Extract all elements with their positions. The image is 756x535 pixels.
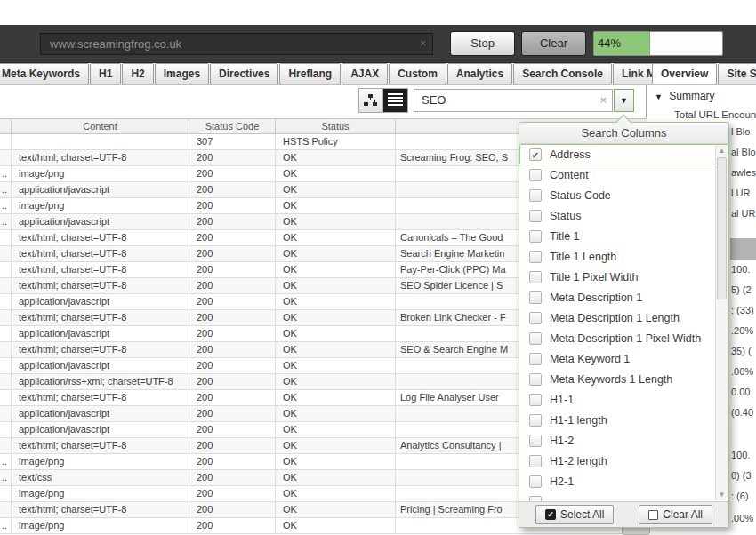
- unchecked-checkbox-icon[interactable]: [529, 353, 542, 365]
- cell-content: application/javascript: [12, 326, 189, 341]
- unchecked-checkbox-icon[interactable]: [529, 210, 542, 222]
- unchecked-checkbox-icon[interactable]: [529, 332, 542, 345]
- cell-frag: ..: [0, 182, 12, 197]
- tab-directives[interactable]: Directives: [210, 63, 278, 84]
- dropdown-item[interactable]: Title 1 Length: [519, 246, 728, 267]
- dropdown-item-label: H1-2: [550, 431, 574, 451]
- unchecked-checkbox-icon[interactable]: [529, 312, 542, 324]
- sidebar-item[interactable]: Total URL Encoun: [674, 109, 756, 120]
- dropdown-item-label: Meta Description 1 Length: [550, 308, 680, 328]
- checked-checkbox-icon[interactable]: ✔: [529, 148, 542, 161]
- clear-url-icon[interactable]: ×: [420, 37, 426, 50]
- dropdown-item-label: Content: [550, 165, 589, 185]
- tab-h1[interactable]: H1: [90, 63, 121, 84]
- list-view-button[interactable]: [383, 89, 407, 112]
- cell-code: 200: [189, 262, 276, 277]
- cell-status: OK: [276, 230, 396, 245]
- cell-code: 200: [189, 406, 276, 421]
- dropdown-item[interactable]: Title 1: [519, 226, 728, 246]
- chevron-down-icon: ▼: [620, 96, 628, 105]
- tab-custom[interactable]: Custom: [389, 63, 446, 84]
- cell-code: 200: [189, 150, 276, 165]
- tab-hreflang[interactable]: Hreflang: [279, 63, 341, 84]
- dropdown-item-label: Status: [550, 206, 581, 226]
- clear-all-button[interactable]: Clear All: [639, 505, 712, 524]
- cell-content: text/html; charset=UTF-8: [12, 150, 189, 165]
- column-header-status-code[interactable]: Status Code: [189, 119, 276, 134]
- checked-checkbox-icon: ✔: [545, 509, 556, 520]
- scroll-up-icon[interactable]: ▲: [716, 145, 728, 156]
- unchecked-checkbox-icon[interactable]: [529, 169, 542, 181]
- dropdown-item-label: H2-1: [550, 472, 574, 491]
- window-top-strip: [0, 0, 756, 25]
- stop-button[interactable]: Stop: [450, 31, 515, 56]
- unchecked-checkbox-icon[interactable]: [529, 455, 542, 467]
- tab-meta-keywords[interactable]: Meta Keywords: [0, 63, 89, 84]
- unchecked-checkbox-icon[interactable]: [529, 394, 542, 406]
- unchecked-checkbox-icon[interactable]: [529, 373, 542, 386]
- dropdown-item[interactable]: Status: [519, 205, 728, 226]
- dropdown-item[interactable]: Title 1 Pixel Width: [519, 267, 728, 287]
- clear-search-icon[interactable]: ×: [599, 90, 607, 111]
- tab-images[interactable]: Images: [155, 63, 209, 84]
- collapse-caret-icon[interactable]: ▼: [655, 92, 663, 101]
- cell-frag: ..: [0, 470, 12, 485]
- unchecked-checkbox-icon[interactable]: [529, 189, 542, 202]
- cell-status: OK: [276, 454, 396, 469]
- tab-h2[interactable]: H2: [122, 63, 153, 84]
- search-columns-dropdown-button[interactable]: ▼: [614, 89, 634, 112]
- tab-analytics[interactable]: Analytics: [447, 63, 512, 84]
- dropdown-item[interactable]: H1-1: [519, 389, 728, 410]
- unchecked-checkbox-icon[interactable]: [529, 230, 542, 243]
- cell-code: 200: [189, 166, 276, 181]
- dropdown-item[interactable]: Status Code: [519, 185, 728, 205]
- dropdown-item[interactable]: Content: [519, 164, 728, 185]
- cell-status: OK: [276, 374, 396, 389]
- unchecked-checkbox-icon[interactable]: [529, 435, 542, 447]
- url-input[interactable]: www.screamingfrog.co.uk ×: [40, 33, 433, 55]
- unchecked-checkbox-icon[interactable]: [529, 251, 542, 263]
- summary-tree-node[interactable]: ▼ Summary: [655, 90, 715, 102]
- select-all-button[interactable]: ✔ Select All: [535, 505, 614, 524]
- scrollbar-thumb[interactable]: [717, 157, 727, 299]
- dropdown-item[interactable]: H2-1: [519, 471, 728, 491]
- dropdown-item[interactable]: [519, 491, 728, 501]
- dropdown-scrollbar[interactable]: ▲ ▼: [715, 145, 728, 500]
- sidebar-stat-fragment: .20%: [731, 325, 753, 336]
- unchecked-checkbox-icon[interactable]: [529, 271, 542, 283]
- unchecked-checkbox-icon[interactable]: [529, 291, 542, 304]
- clear-button[interactable]: Clear: [521, 31, 586, 56]
- search-input[interactable]: SEO ×: [414, 89, 613, 112]
- dropdown-item[interactable]: ✔Address: [519, 144, 728, 164]
- dropdown-item[interactable]: Meta Keywords 1 Length: [519, 369, 728, 389]
- tab-search-console[interactable]: Search Console: [513, 63, 612, 84]
- sidebar-stat-fragment: .00%: [731, 513, 753, 523]
- tab-overview[interactable]: Overview: [652, 63, 717, 84]
- dropdown-item[interactable]: H1-1 length: [519, 410, 728, 430]
- tab-ajax[interactable]: AJAX: [342, 63, 388, 84]
- cell-content: text/html; charset=UTF-8: [12, 310, 189, 325]
- dropdown-item[interactable]: Meta Keyword 1: [519, 348, 728, 369]
- cell-frag: ..: [0, 166, 12, 181]
- unchecked-checkbox-icon[interactable]: [529, 414, 542, 427]
- cell-status: OK: [276, 294, 396, 309]
- cell-code: 200: [189, 198, 276, 213]
- column-header-status[interactable]: Status: [276, 119, 396, 134]
- cell-content: image/png: [12, 454, 189, 469]
- sidebar-stat-fragment: 100.: [731, 450, 750, 460]
- unchecked-checkbox-icon[interactable]: [529, 475, 542, 488]
- tree-view-button[interactable]: [359, 89, 383, 112]
- dropdown-item[interactable]: Meta Description 1 Length: [519, 307, 728, 328]
- dropdown-item[interactable]: Meta Description 1: [519, 287, 728, 307]
- dropdown-item[interactable]: H1-2: [519, 430, 728, 451]
- dropdown-item-label: Status Code: [550, 186, 611, 205]
- dropdown-item[interactable]: Meta Description 1 Pixel Width: [519, 328, 728, 348]
- sidebar-stat-fragment: l Blo: [731, 126, 750, 137]
- scroll-down-icon[interactable]: ▼: [716, 489, 728, 500]
- dropdown-item[interactable]: H1-2 length: [519, 451, 728, 471]
- column-header-address[interactable]: [0, 119, 12, 134]
- cell-code: 200: [189, 230, 276, 245]
- dropdown-resize-grip[interactable]: [622, 528, 650, 535]
- column-header-content[interactable]: Content: [12, 119, 189, 134]
- tab-site-stru[interactable]: Site Stru: [718, 63, 756, 84]
